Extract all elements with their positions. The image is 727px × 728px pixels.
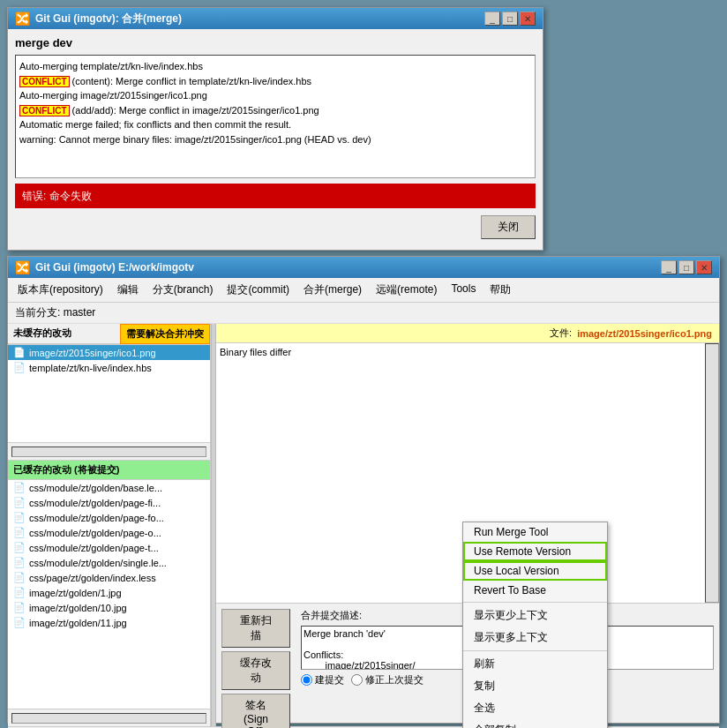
maximize-button[interactable]: □ — [502, 11, 518, 26]
staged-file-name-6: css/page/zt/golden/index.less — [29, 573, 156, 583]
radio-amend-commit-input[interactable] — [351, 674, 363, 686]
staged-file-icon-1: 📄 — [13, 497, 26, 508]
ctx-run-merge-tool[interactable]: Run Merge Tool — [463, 522, 607, 542]
staged-file-6[interactable]: 📄 css/page/zt/golden/index.less — [8, 570, 210, 585]
merge-title: merge dev — [15, 36, 536, 49]
main-titlebar: 🔀 Git Gui (imgotv) E:/work/imgotv _ □ ✕ — [8, 257, 719, 278]
staged-file-icon-2: 📄 — [13, 512, 26, 523]
staged-file-name-1: css/module/zt/golden/page-fi... — [29, 498, 161, 508]
left-panel: 未缓存的改动 需要解决合并冲突 📄 image/zt/2015singer/ic… — [8, 324, 211, 726]
radio-amend-commit-label: 修正上次提交 — [365, 673, 423, 687]
staged-file-name-5: css/module/zt/golden/single.le... — [29, 558, 167, 568]
menu-repository[interactable]: 版本库(repository) — [11, 280, 109, 300]
staged-file-4[interactable]: 📄 css/module/zt/golden/page-t... — [8, 540, 210, 555]
menu-merge[interactable]: 合并(merge) — [297, 280, 368, 300]
staged-file-8[interactable]: 📄 image/zt/golden/10.jpg — [8, 600, 210, 615]
staged-file-9[interactable]: 📄 image/zt/golden/11.jpg — [8, 615, 210, 630]
staged-file-name-0: css/module/zt/golden/base.le... — [29, 483, 162, 493]
ctx-sep-2 — [463, 650, 607, 651]
conflict-badge-2: CONFLICT — [19, 105, 70, 116]
staged-hscrollbar[interactable] — [11, 713, 206, 724]
staged-file-name-3: css/module/zt/golden/page-o... — [29, 528, 161, 538]
radio-amend-commit[interactable]: 修正上次提交 — [351, 673, 423, 687]
unstaged-file-list: 📄 image/zt/2015singer/ico1.png 📄 templat… — [8, 345, 210, 442]
main-git-window: 🔀 Git Gui (imgotv) E:/work/imgotv _ □ ✕ … — [7, 256, 720, 724]
error-text: 错误: 命令失败 — [22, 189, 92, 204]
branch-bar: 当前分支: master — [8, 303, 719, 324]
unstaged-hscrollbar[interactable] — [11, 447, 206, 457]
staged-file-2[interactable]: 📄 css/module/zt/golden/page-fo... — [8, 510, 210, 525]
branch-name: master — [64, 306, 96, 319]
git-icon: 🔀 — [15, 11, 30, 26]
log-line-1: Auto-merging template/zt/kn-live/index.h… — [19, 59, 531, 74]
menu-edit[interactable]: 编辑 — [111, 280, 145, 300]
conflict-filename: image/zt/2015singer/ico1.png — [577, 328, 712, 339]
staged-file-icon-9: 📄 — [13, 617, 26, 628]
menu-commit[interactable]: 提交(commit) — [221, 280, 296, 300]
ctx-revert-base[interactable]: Revert To Base — [463, 581, 607, 600]
ctx-show-less-context[interactable]: 显示更少上下文 — [463, 604, 607, 627]
log-line-5: Automatic merge failed; fix conflicts an… — [19, 117, 531, 132]
close-merge-button[interactable]: 关闭 — [481, 215, 536, 239]
minimize-button[interactable]: _ — [484, 11, 500, 26]
diff-content: Binary files differ — [220, 347, 291, 357]
sign-off-button[interactable]: 签名(Sign Off) — [221, 694, 290, 728]
staged-file-icon-6: 📄 — [13, 572, 26, 583]
error-bar: 错误: 命令失败 — [15, 184, 536, 208]
conflict-header: 需要解决合并冲突 — [120, 324, 210, 344]
main-body: 未缓存的改动 需要解决合并冲突 📄 image/zt/2015singer/ic… — [8, 324, 719, 726]
unstaged-scrollbar-area — [8, 442, 210, 460]
staged-file-icon-7: 📄 — [13, 587, 26, 598]
unstaged-file-name-1: template/zt/kn-live/index.hbs — [29, 363, 152, 373]
menu-help[interactable]: 帮助 — [483, 280, 517, 300]
unstaged-file-1[interactable]: 📄 template/zt/kn-live/index.hbs — [8, 360, 210, 375]
staged-file-0[interactable]: 📄 css/module/zt/golden/base.le... — [8, 480, 210, 495]
ctx-copy[interactable]: 复制 — [463, 675, 607, 697]
action-buttons: 重新扫描 缓存改动 签名(Sign Off) 提交 上传 — [216, 604, 296, 726]
ctx-refresh[interactable]: 刷新 — [463, 653, 607, 675]
rescan-button[interactable]: 重新扫描 — [221, 609, 290, 648]
merge-titlebar: 🔀 Git Gui (imgotv): 合并(merge) _ □ ✕ — [8, 8, 543, 29]
menu-remote[interactable]: 远端(remote) — [370, 280, 443, 300]
staged-file-5[interactable]: 📄 css/module/zt/golden/single.le... — [8, 555, 210, 570]
menu-branch[interactable]: 分支(branch) — [146, 280, 220, 300]
staged-file-icon-5: 📄 — [13, 557, 26, 568]
close-window-button[interactable]: ✕ — [520, 11, 536, 26]
main-minimize-button[interactable]: _ — [661, 260, 677, 274]
unstaged-file-name-0: image/zt/2015singer/ico1.png — [29, 348, 156, 358]
ctx-select-all[interactable]: 全选 — [463, 697, 607, 719]
branch-label: 当前分支: — [15, 306, 60, 319]
staged-file-7[interactable]: 📄 image/zt/golden/1.jpg — [8, 585, 210, 600]
diff-area[interactable]: Binary files differ — [216, 343, 705, 603]
staged-file-name-7: image/zt/golden/1.jpg — [29, 588, 122, 598]
staged-file-name-4: css/module/zt/golden/page-t... — [29, 543, 159, 553]
titlebar-controls: _ □ ✕ — [484, 11, 536, 26]
file-icon-0: 📄 — [13, 347, 26, 358]
menu-bar: 版本库(repository) 编辑 分支(branch) 提交(commit)… — [8, 278, 719, 303]
ctx-show-more-context[interactable]: 显示更多上下文 — [463, 627, 607, 649]
log-line-6: warning: Cannot merge binary files: imag… — [19, 132, 531, 147]
main-maximize-button[interactable]: □ — [678, 260, 694, 274]
staged-file-1[interactable]: 📄 css/module/zt/golden/page-fi... — [8, 495, 210, 510]
ctx-sep-1 — [463, 602, 607, 603]
staged-file-icon-0: 📄 — [13, 482, 26, 493]
diff-vscrollbar[interactable] — [705, 343, 719, 603]
file-icon-1: 📄 — [13, 362, 26, 373]
ctx-use-remote[interactable]: Use Remote Version — [463, 542, 607, 561]
staged-file-name-9: image/zt/golden/11.jpg — [29, 618, 127, 628]
main-window-title: Git Gui (imgotv) E:/work/imgotv — [35, 261, 194, 274]
main-close-button[interactable]: ✕ — [696, 260, 712, 274]
merge-window-title: Git Gui (imgotv): 合并(merge) — [35, 11, 182, 26]
merge-dialog-window: 🔀 Git Gui (imgotv): 合并(merge) _ □ ✕ merg… — [7, 7, 543, 251]
radio-new-commit-input[interactable] — [301, 674, 312, 686]
radio-new-commit[interactable]: 建提交 — [301, 673, 344, 687]
context-menu: Run Merge Tool Use Remote Version Use Lo… — [462, 522, 608, 728]
ctx-copy-all[interactable]: 全部复制 — [463, 719, 607, 728]
ctx-use-local[interactable]: Use Local Version — [463, 561, 607, 581]
stage-button[interactable]: 缓存改动 — [221, 651, 290, 690]
diff-header: 文件: image/zt/2015singer/ico1.png — [216, 324, 719, 343]
staged-file-3[interactable]: 📄 css/module/zt/golden/page-o... — [8, 525, 210, 540]
staged-file-icon-8: 📄 — [13, 602, 26, 613]
unstaged-file-0[interactable]: 📄 image/zt/2015singer/ico1.png — [8, 345, 210, 360]
menu-tools[interactable]: Tools — [445, 280, 482, 300]
